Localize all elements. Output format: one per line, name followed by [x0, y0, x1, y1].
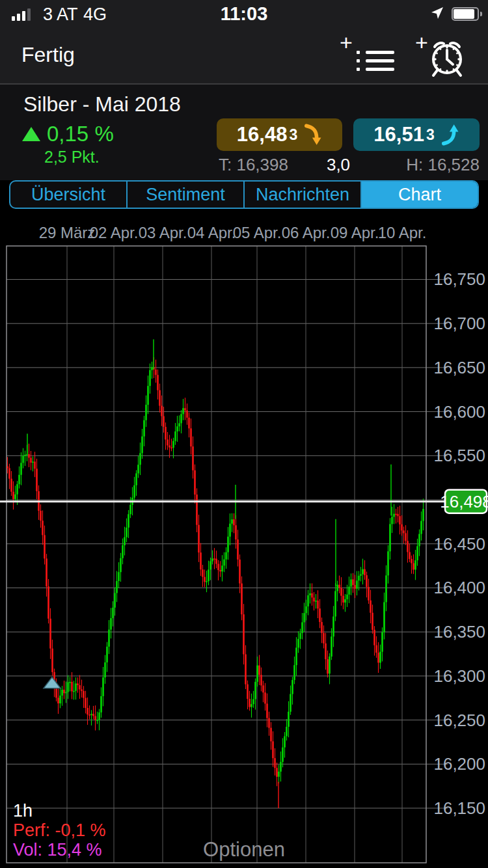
svg-text:16,350: 16,350: [433, 622, 485, 642]
svg-text:06 Apr.: 06 Apr.: [282, 224, 331, 241]
svg-text:16,200: 16,200: [433, 754, 485, 774]
svg-text:16,600: 16,600: [433, 402, 485, 422]
tab-chart[interactable]: Chart: [362, 182, 478, 208]
svg-text:04 Apr.: 04 Apr.: [187, 224, 236, 241]
alarm-clock-icon: [427, 38, 467, 78]
svg-text:16,450: 16,450: [433, 534, 485, 554]
done-button[interactable]: Fertig: [21, 43, 75, 67]
ask-button[interactable]: 16,513: [353, 118, 480, 151]
horizontal-gridlines: [7, 279, 448, 808]
day-range-row: T: 16,398 3,0 H: 16,528: [0, 155, 488, 174]
svg-text:16,750: 16,750: [433, 269, 485, 289]
triangle-up-icon: [22, 127, 40, 141]
svg-text:16,700: 16,700: [433, 314, 485, 333]
spread-label: 3,0: [306, 155, 371, 175]
change-row: 0,15 %: [22, 122, 114, 146]
tab-uebersicht[interactable]: Übersicht: [10, 182, 128, 208]
svg-text:16,650: 16,650: [433, 358, 485, 377]
app-screen: 3 AT 4G 11:03 Fertig + +: [0, 0, 488, 868]
plus-icon: +: [415, 33, 428, 52]
instrument-header: Silber - Mai 2018 0,15 % 2,5 Pkt. 16,483…: [0, 85, 488, 180]
svg-text:05 Apr.: 05 Apr.: [233, 224, 282, 241]
vertical-gridlines: [67, 246, 402, 863]
candles-layer: [7, 357, 424, 786]
ask-price: 16,51: [373, 123, 424, 146]
clock-label: 11:03: [0, 3, 488, 25]
y-axis-labels: 16,75016,70016,65016,60016,55016,45016,4…: [433, 269, 485, 818]
svg-text:02 Apr.: 02 Apr.: [90, 224, 139, 241]
svg-text:16,400: 16,400: [433, 578, 485, 597]
svg-text:03 Apr.: 03 Apr.: [139, 224, 187, 241]
bid-button[interactable]: 16,483: [217, 118, 342, 151]
bid-price: 16,48: [237, 123, 288, 146]
svg-text:16,250: 16,250: [433, 711, 485, 730]
add-to-watchlist-button[interactable]: +: [340, 33, 396, 79]
svg-text:16,300: 16,300: [433, 666, 485, 686]
section-tabs: Übersicht Sentiment Nachrichten Chart: [9, 180, 479, 209]
price-chart[interactable]: 29 März02 Apr.03 Apr.04 Apr.05 Apr.06 Ap…: [0, 215, 488, 868]
plus-icon: +: [340, 33, 353, 52]
battery-icon: [452, 7, 479, 21]
svg-text:10 Apr.: 10 Apr.: [378, 224, 427, 241]
buy-marker-triangle: [44, 677, 61, 688]
svg-text:09 Apr.: 09 Apr.: [331, 224, 379, 241]
day-low-label: T: 16,398: [219, 155, 288, 175]
day-high-label: H: 16,528: [406, 155, 480, 175]
candlestick-chart-svg[interactable]: 29 März02 Apr.03 Apr.04 Apr.05 Apr.06 Ap…: [0, 215, 488, 868]
tab-sentiment[interactable]: Sentiment: [128, 182, 245, 208]
arrow-up-icon: [441, 124, 459, 146]
x-axis-labels: 29 März02 Apr.03 Apr.04 Apr.05 Apr.06 Ap…: [39, 224, 427, 241]
watchlist-icon: [357, 51, 394, 76]
options-button[interactable]: Optionen: [0, 838, 488, 861]
navigation-bar: Fertig + +: [0, 29, 488, 85]
tab-nachrichten[interactable]: Nachrichten: [245, 182, 362, 208]
location-arrow-icon: [431, 7, 444, 20]
change-percent: 0,15 %: [47, 122, 114, 146]
svg-text:16,498: 16,498: [440, 492, 488, 511]
current-price-badge: 16,498: [440, 490, 488, 513]
instrument-title: Silber - Mai 2018: [23, 92, 181, 116]
svg-text:16,550: 16,550: [433, 446, 485, 465]
add-price-alert-button[interactable]: +: [415, 33, 471, 79]
status-bar: 3 AT 4G 11:03: [0, 0, 488, 29]
arrow-down-icon: [304, 124, 322, 146]
svg-text:16,150: 16,150: [433, 798, 485, 818]
svg-text:29 März: 29 März: [39, 224, 96, 241]
